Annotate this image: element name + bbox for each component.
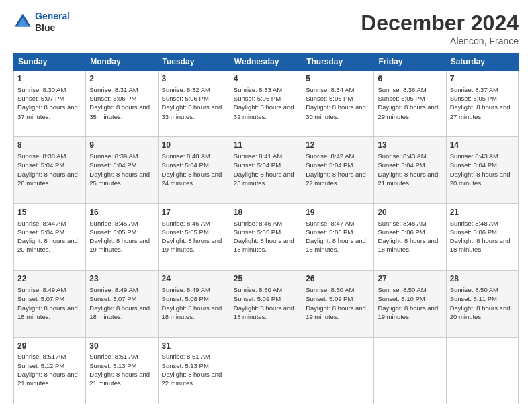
day-number: 24 xyxy=(162,273,226,285)
cell-2-2: 17Sunrise: 8:46 AMSunset: 5:05 PMDayligh… xyxy=(158,203,230,270)
week-row-2: 15Sunrise: 8:44 AMSunset: 5:04 PMDayligh… xyxy=(14,203,519,270)
sunrise-text: Sunrise: 8:39 AM xyxy=(89,152,138,160)
sunset-text: Sunset: 5:05 PM xyxy=(162,228,209,236)
daylight-text: Daylight: 8 hours and 18 minutes. xyxy=(306,237,366,253)
logo-text: General Blue xyxy=(35,11,70,34)
day-number: 28 xyxy=(450,273,515,285)
daylight-text: Daylight: 8 hours and 22 minutes. xyxy=(306,171,366,187)
day-number: 23 xyxy=(89,273,154,285)
daylight-text: Daylight: 8 hours and 24 minutes. xyxy=(162,171,222,187)
cell-4-1: 30Sunrise: 8:51 AMSunset: 5:13 PMDayligh… xyxy=(86,337,158,404)
sunrise-text: Sunrise: 8:31 AM xyxy=(89,86,138,93)
day-number: 5 xyxy=(306,73,370,85)
sunset-text: Sunset: 5:04 PM xyxy=(17,161,64,169)
day-number: 4 xyxy=(234,73,298,85)
cell-4-0: 29Sunrise: 8:51 AMSunset: 5:12 PMDayligh… xyxy=(14,337,86,404)
sunset-text: Sunset: 5:04 PM xyxy=(306,161,353,169)
cell-2-4: 19Sunrise: 8:47 AMSunset: 5:06 PMDayligh… xyxy=(302,203,374,270)
sunrise-text: Sunrise: 8:43 AM xyxy=(450,152,498,160)
daylight-text: Daylight: 8 hours and 19 minutes. xyxy=(162,237,222,253)
daylight-text: Daylight: 8 hours and 32 minutes. xyxy=(234,103,294,120)
sunset-text: Sunset: 5:07 PM xyxy=(17,295,64,302)
sunrise-text: Sunrise: 8:38 AM xyxy=(17,152,66,160)
sunrise-text: Sunrise: 8:36 AM xyxy=(378,86,426,93)
cell-0-0: 1Sunrise: 8:30 AMSunset: 5:07 PMDaylight… xyxy=(14,71,86,137)
day-number: 6 xyxy=(378,73,442,85)
daylight-text: Daylight: 8 hours and 20 minutes. xyxy=(17,237,78,253)
sunset-text: Sunset: 5:05 PM xyxy=(450,95,497,102)
day-number: 20 xyxy=(378,207,442,218)
sunset-text: Sunset: 5:05 PM xyxy=(234,95,281,102)
col-friday: Friday xyxy=(374,54,446,71)
day-number: 21 xyxy=(450,207,515,218)
sunset-text: Sunset: 5:10 PM xyxy=(378,295,425,302)
sunset-text: Sunset: 5:12 PM xyxy=(17,362,64,369)
col-tuesday: Tuesday xyxy=(158,54,230,71)
cell-3-1: 23Sunrise: 8:49 AMSunset: 5:07 PMDayligh… xyxy=(86,271,158,337)
daylight-text: Daylight: 8 hours and 23 minutes. xyxy=(234,171,294,187)
cell-0-5: 6Sunrise: 8:36 AMSunset: 5:05 PMDaylight… xyxy=(374,71,446,137)
month-title: December 2024 xyxy=(361,11,519,36)
cell-4-4 xyxy=(302,337,374,404)
sunrise-text: Sunrise: 8:51 AM xyxy=(162,353,210,360)
daylight-text: Daylight: 8 hours and 21 minutes. xyxy=(89,371,150,387)
daylight-text: Daylight: 8 hours and 21 minutes. xyxy=(17,371,78,387)
daylight-text: Daylight: 8 hours and 18 minutes. xyxy=(162,304,222,320)
sunrise-text: Sunrise: 8:50 AM xyxy=(234,286,282,293)
cell-1-0: 8Sunrise: 8:38 AMSunset: 5:04 PMDaylight… xyxy=(14,137,86,203)
sunrise-text: Sunrise: 8:37 AM xyxy=(450,86,498,93)
cell-4-2: 31Sunrise: 8:51 AMSunset: 5:13 PMDayligh… xyxy=(158,337,230,404)
sunset-text: Sunset: 5:06 PM xyxy=(89,95,136,102)
cell-1-1: 9Sunrise: 8:39 AMSunset: 5:04 PMDaylight… xyxy=(86,137,158,203)
daylight-text: Daylight: 8 hours and 19 minutes. xyxy=(306,304,366,320)
sunset-text: Sunset: 5:04 PM xyxy=(378,161,425,169)
day-number: 12 xyxy=(306,140,370,151)
day-number: 3 xyxy=(162,73,226,85)
sunset-text: Sunset: 5:08 PM xyxy=(162,295,209,302)
day-number: 30 xyxy=(89,340,154,352)
day-number: 15 xyxy=(17,207,82,218)
sunset-text: Sunset: 5:07 PM xyxy=(89,295,136,302)
cell-0-6: 7Sunrise: 8:37 AMSunset: 5:05 PMDaylight… xyxy=(446,71,518,137)
sunrise-text: Sunrise: 8:49 AM xyxy=(17,286,66,293)
sunrise-text: Sunrise: 8:30 AM xyxy=(17,86,66,93)
day-number: 13 xyxy=(378,140,442,151)
sunset-text: Sunset: 5:11 PM xyxy=(450,295,497,302)
cell-1-2: 10Sunrise: 8:40 AMSunset: 5:04 PMDayligh… xyxy=(158,137,230,203)
day-number: 8 xyxy=(17,140,82,151)
sunrise-text: Sunrise: 8:32 AM xyxy=(162,86,210,93)
header-row: Sunday Monday Tuesday Wednesday Thursday… xyxy=(14,54,519,71)
col-saturday: Saturday xyxy=(446,54,518,71)
day-number: 22 xyxy=(17,273,82,285)
cell-0-2: 3Sunrise: 8:32 AMSunset: 5:06 PMDaylight… xyxy=(158,71,230,137)
day-number: 19 xyxy=(306,207,370,218)
day-number: 16 xyxy=(89,207,154,218)
sunset-text: Sunset: 5:05 PM xyxy=(378,95,425,102)
col-wednesday: Wednesday xyxy=(230,54,302,71)
cell-0-1: 2Sunrise: 8:31 AMSunset: 5:06 PMDaylight… xyxy=(86,71,158,137)
sunset-text: Sunset: 5:04 PM xyxy=(17,228,64,236)
day-number: 29 xyxy=(17,340,82,352)
cell-3-0: 22Sunrise: 8:49 AMSunset: 5:07 PMDayligh… xyxy=(14,271,86,337)
daylight-text: Daylight: 8 hours and 21 minutes. xyxy=(378,171,438,187)
sunrise-text: Sunrise: 8:33 AM xyxy=(234,86,282,93)
logo-line1: General xyxy=(35,11,70,21)
sunset-text: Sunset: 5:05 PM xyxy=(89,228,136,236)
week-row-4: 29Sunrise: 8:51 AMSunset: 5:12 PMDayligh… xyxy=(14,337,519,404)
sunrise-text: Sunrise: 8:50 AM xyxy=(378,286,426,293)
sunrise-text: Sunrise: 8:43 AM xyxy=(378,152,426,160)
cell-3-2: 24Sunrise: 8:49 AMSunset: 5:08 PMDayligh… xyxy=(158,271,230,337)
daylight-text: Daylight: 8 hours and 27 minutes. xyxy=(450,103,511,120)
week-row-0: 1Sunrise: 8:30 AMSunset: 5:07 PMDaylight… xyxy=(14,71,519,137)
sunrise-text: Sunrise: 8:48 AM xyxy=(450,220,498,227)
sunset-text: Sunset: 5:04 PM xyxy=(450,161,497,169)
sunrise-text: Sunrise: 8:49 AM xyxy=(162,286,210,293)
cell-3-5: 27Sunrise: 8:50 AMSunset: 5:10 PMDayligh… xyxy=(374,271,446,337)
sunset-text: Sunset: 5:06 PM xyxy=(162,95,209,102)
col-sunday: Sunday xyxy=(14,54,86,71)
day-number: 25 xyxy=(234,273,298,285)
sunrise-text: Sunrise: 8:34 AM xyxy=(306,86,354,93)
sunrise-text: Sunrise: 8:40 AM xyxy=(162,152,210,160)
cell-2-5: 20Sunrise: 8:48 AMSunset: 5:06 PMDayligh… xyxy=(374,203,446,270)
header: General Blue December 2024 Alencon, Fran… xyxy=(13,11,519,46)
